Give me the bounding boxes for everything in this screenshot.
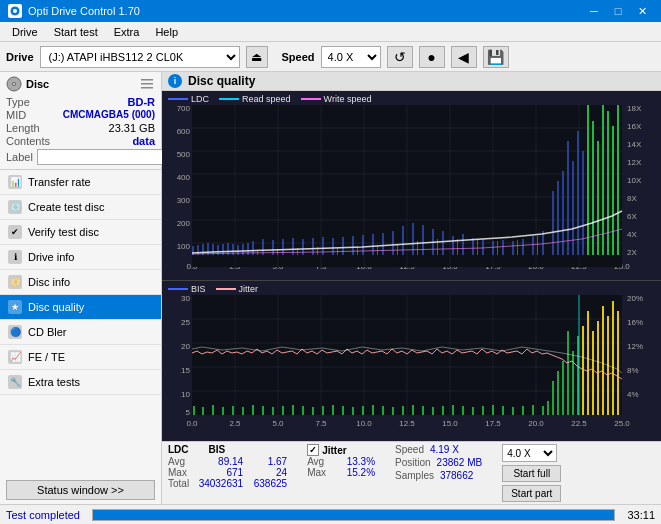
svg-rect-167 — [262, 406, 264, 415]
start-part-button[interactable]: Start part — [502, 485, 561, 502]
svg-rect-207 — [602, 306, 604, 415]
speed-key: Speed — [395, 444, 424, 455]
nav-create-test-disc[interactable]: 💿 Create test disc — [0, 195, 161, 220]
speed-dropdown[interactable]: 4.0 X — [502, 444, 557, 462]
svg-rect-74 — [342, 237, 344, 255]
disc-label-row: Label ✎ — [6, 149, 155, 165]
svg-text:12%: 12% — [627, 342, 643, 351]
menu-start-test[interactable]: Start test — [46, 24, 106, 40]
speed-row: Speed 4.19 X — [395, 444, 482, 455]
svg-rect-181 — [402, 406, 404, 415]
menu-drive[interactable]: Drive — [4, 24, 46, 40]
position-row: Position 23862 MB — [395, 457, 482, 468]
minimize-button[interactable]: ─ — [583, 2, 605, 20]
fe-te-icon: 📈 — [8, 350, 22, 364]
svg-text:5.0: 5.0 — [272, 419, 284, 428]
svg-text:10.0: 10.0 — [356, 419, 372, 428]
start-full-button[interactable]: Start full — [502, 465, 561, 482]
drive-bar: Drive (J:) ATAPI iHBS112 2 CL0K ⏏ Speed … — [0, 42, 661, 72]
eject-button[interactable]: ⏏ — [246, 46, 268, 68]
status-text: Test completed — [6, 509, 80, 521]
jitter-color — [216, 288, 236, 290]
nav-transfer-rate[interactable]: 📊 Transfer rate — [0, 170, 161, 195]
svg-rect-96 — [557, 181, 559, 255]
nav-label-transfer-rate: Transfer rate — [28, 176, 91, 188]
nav-disc-info[interactable]: 📀 Disc info — [0, 270, 161, 295]
svg-text:22.5: 22.5 — [571, 419, 587, 428]
svg-text:2.5: 2.5 — [229, 419, 241, 428]
svg-text:15: 15 — [181, 366, 190, 375]
ldc-header: LDC — [168, 444, 189, 456]
svg-rect-166 — [252, 405, 254, 415]
transfer-rate-icon: 📊 — [8, 175, 22, 189]
svg-rect-198 — [557, 371, 559, 415]
bis-total: 638625 — [247, 478, 287, 489]
status-window-button[interactable]: Status window >> — [6, 480, 155, 500]
nav-label-disc-info: Disc info — [28, 276, 70, 288]
close-button[interactable]: ✕ — [631, 2, 653, 20]
nav-label-extra-tests: Extra tests — [28, 376, 80, 388]
charts-area: LDC Read speed Write speed — [162, 91, 661, 441]
jitter-max: 15.2% — [330, 467, 375, 478]
refresh-button[interactable]: ↺ — [387, 46, 413, 68]
drive-label: Drive — [6, 51, 34, 63]
nav-verify-test-disc[interactable]: ✔ Verify test disc — [0, 220, 161, 245]
nav-disc-quality[interactable]: ★ Disc quality — [0, 295, 161, 320]
svg-text:500: 500 — [177, 150, 191, 159]
svg-text:25.0: 25.0 — [614, 419, 630, 428]
title-bar: Opti Drive Control 1.70 ─ □ ✕ — [0, 0, 661, 22]
label-input[interactable] — [37, 149, 170, 165]
samples-key: Samples — [395, 470, 434, 481]
svg-rect-73 — [332, 238, 334, 255]
svg-rect-7 — [141, 87, 153, 89]
disc-quality-header: i Disc quality — [162, 72, 661, 91]
svg-text:5: 5 — [186, 408, 191, 417]
speed-select[interactable]: 4.0 X — [321, 46, 381, 68]
svg-rect-187 — [462, 406, 464, 415]
svg-rect-163 — [222, 407, 224, 415]
nav-cd-bler[interactable]: 🔵 CD Bler — [0, 320, 161, 345]
svg-rect-90 — [502, 240, 504, 255]
contents-label: Contents — [6, 135, 50, 147]
play-button[interactable]: ◀ — [451, 46, 477, 68]
nav-items: 📊 Transfer rate 💿 Create test disc ✔ Ver… — [0, 170, 161, 395]
svg-text:4%: 4% — [627, 390, 639, 399]
menu-extra[interactable]: Extra — [106, 24, 148, 40]
record-button[interactable]: ● — [419, 46, 445, 68]
menu-help[interactable]: Help — [147, 24, 186, 40]
disc-type-row: Type BD-R — [6, 96, 155, 108]
svg-text:300: 300 — [177, 196, 191, 205]
svg-rect-182 — [412, 405, 414, 415]
drive-select[interactable]: (J:) ATAPI iHBS112 2 CL0K — [40, 46, 240, 68]
nav-label-verify-test-disc: Verify test disc — [28, 226, 99, 238]
length-label: Length — [6, 122, 40, 134]
stats-bar: LDC BIS Avg 89.14 1.67 Max 671 24 Total … — [162, 441, 661, 504]
disc-quality-icon: ★ — [8, 300, 22, 314]
svg-text:4X: 4X — [627, 230, 637, 239]
disc-menu-icon[interactable] — [139, 76, 155, 92]
menu-bar: Drive Start test Extra Help — [0, 22, 661, 42]
svg-text:20: 20 — [181, 342, 190, 351]
disc-info-panel: Disc Type BD-R MID CMCMAGBA5 (000) Lengt… — [0, 72, 161, 170]
svg-rect-80 — [402, 226, 404, 255]
write-speed-legend-label: Write speed — [324, 94, 372, 104]
save-button[interactable]: 💾 — [483, 46, 509, 68]
nav-fe-te[interactable]: 📈 FE / TE — [0, 345, 161, 370]
svg-rect-160 — [193, 406, 195, 415]
jitter-checkbox[interactable]: ✓ — [307, 444, 319, 456]
svg-text:30: 30 — [181, 294, 190, 303]
legend-read-speed: Read speed — [219, 94, 291, 104]
maximize-button[interactable]: □ — [607, 2, 629, 20]
verify-test-disc-icon: ✔ — [8, 225, 22, 239]
svg-rect-103 — [592, 121, 594, 255]
svg-rect-120 — [477, 239, 478, 255]
nav-drive-info[interactable]: ℹ Drive info — [0, 245, 161, 270]
speed-label: Speed — [282, 51, 315, 63]
svg-rect-203 — [582, 326, 584, 415]
svg-rect-86 — [462, 234, 464, 255]
svg-rect-178 — [372, 405, 374, 415]
samples-val: 378662 — [440, 470, 473, 481]
progress-bar-wrap — [92, 509, 615, 521]
svg-text:2X: 2X — [627, 248, 637, 257]
nav-extra-tests[interactable]: 🔧 Extra tests — [0, 370, 161, 395]
